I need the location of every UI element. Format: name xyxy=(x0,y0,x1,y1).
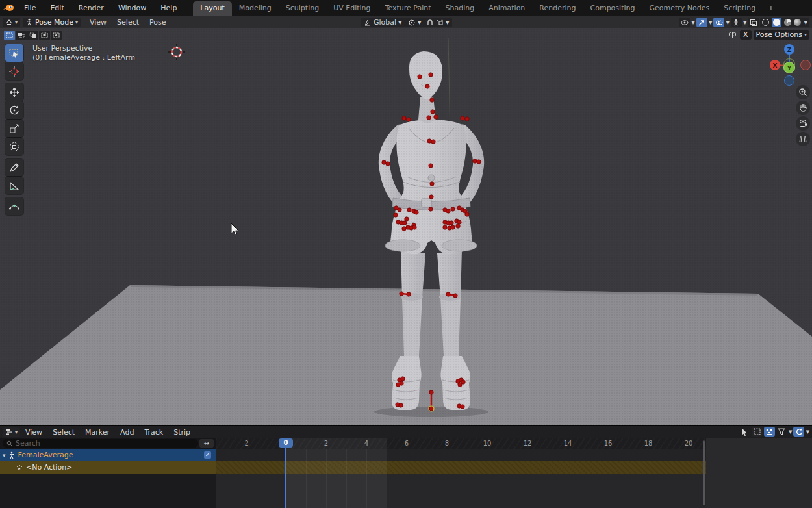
mirror-x-button[interactable]: X xyxy=(740,30,752,40)
menu-window[interactable]: Window xyxy=(112,2,152,14)
measure-tool-button[interactable] xyxy=(5,177,23,194)
toggle-xray-button[interactable] xyxy=(748,18,759,27)
viewport-menu-view[interactable]: View xyxy=(84,17,112,28)
tab-texture-paint[interactable]: Texture Paint xyxy=(378,1,438,16)
pose-breakdowner-tool-button[interactable] xyxy=(5,197,23,215)
snap-group[interactable]: ▾ xyxy=(424,18,452,27)
chevron-down-icon[interactable]: ▾ xyxy=(726,18,730,27)
camera-view-button[interactable] xyxy=(796,116,810,131)
tab-geometry-nodes[interactable]: Geometry Nodes xyxy=(642,1,717,16)
tab-scripting[interactable]: Scripting xyxy=(717,1,763,16)
chevron-down-icon[interactable]: ▾ xyxy=(743,18,747,27)
pan-view-button[interactable] xyxy=(796,101,810,115)
menu-render[interactable]: Render xyxy=(73,2,110,14)
tab-animation[interactable]: Animation xyxy=(481,1,532,16)
gizmo-axis-neg-x[interactable] xyxy=(801,60,811,70)
nla-show-markers-toggle[interactable] xyxy=(764,427,775,437)
svg-text:Y: Y xyxy=(787,65,792,71)
tab-compositing[interactable]: Compositing xyxy=(583,1,642,16)
annotate-icon xyxy=(8,162,20,173)
auto-snap-toggle[interactable] xyxy=(793,427,804,437)
tab-layout[interactable]: Layout xyxy=(193,1,231,16)
xray-pose-toggle[interactable] xyxy=(731,18,742,27)
search-input[interactable]: Search xyxy=(3,439,198,448)
tab-rendering[interactable]: Rendering xyxy=(532,1,583,16)
select-mode-extend[interactable] xyxy=(16,31,27,40)
viewport-menu-select[interactable]: Select xyxy=(112,17,144,28)
nla-menu-track[interactable]: Track xyxy=(139,427,168,438)
add-workspace-button[interactable]: + xyxy=(763,1,779,16)
navigation-gizmo[interactable]: Y Z X xyxy=(767,41,812,88)
toggle-orthographic-button[interactable] xyxy=(796,132,810,146)
tab-uv-editing[interactable]: UV Editing xyxy=(326,1,377,16)
blender-logo-icon[interactable] xyxy=(0,0,17,16)
chevron-down-icon[interactable]: ▾ xyxy=(709,18,713,27)
show-overlays-toggle[interactable] xyxy=(713,18,724,27)
nla-channel-region: Search ↔ ▾ FemaleAverage ✓ <No Action> xyxy=(0,438,216,508)
chevron-down-icon[interactable]: ▾ xyxy=(789,427,793,436)
nla-cursor-tool-icon[interactable] xyxy=(739,427,750,437)
gizmo-axis-z[interactable]: Z xyxy=(784,44,794,55)
select-box-tool-button[interactable] xyxy=(5,44,23,62)
channel-row-armature[interactable]: ▾ FemaleAverage ✓ xyxy=(0,449,216,461)
pose-options-dropdown[interactable]: Pose Options ▾ xyxy=(754,30,809,40)
timeline-ruler[interactable]: 0 -22468101214161820 xyxy=(216,438,706,449)
nla-menu-marker[interactable]: Marker xyxy=(80,427,115,438)
select-mode-subtract[interactable] xyxy=(27,31,38,40)
nla-menus: ViewSelectMarkerAddTrackStrip xyxy=(20,427,196,438)
gizmo-axis-y[interactable]: Y xyxy=(784,62,795,73)
expand-channels-button[interactable]: ↔ xyxy=(199,439,214,448)
editor-type-button[interactable]: ▾ xyxy=(3,18,20,27)
chevron-down-icon[interactable]: ▾ xyxy=(691,18,695,27)
tab-shading[interactable]: Shading xyxy=(438,1,482,16)
disclosure-triangle-icon[interactable]: ▾ xyxy=(3,452,6,459)
snap-magnet-icon xyxy=(426,19,434,27)
scale-tool-button[interactable] xyxy=(5,120,23,137)
select-mode-invert[interactable] xyxy=(39,31,50,40)
move-tool-button[interactable] xyxy=(5,83,23,101)
nla-menu-view[interactable]: View xyxy=(20,427,47,438)
playhead[interactable] xyxy=(285,438,286,508)
chevron-down-icon[interactable]: ▾ xyxy=(806,427,809,436)
nla-scrollbar[interactable] xyxy=(703,440,705,505)
viewport-header: ▾ Pose Mode ▾ ViewSelectPose Global ▾ ▾ … xyxy=(0,16,812,28)
workspace-tabs: LayoutModelingSculptingUV EditingTexture… xyxy=(193,0,779,16)
shading-material-button[interactable] xyxy=(784,19,791,26)
viewport-overlay-text: User Perspective (0) FemaleAverage : Lef… xyxy=(32,44,135,62)
nla-menu-strip[interactable]: Strip xyxy=(168,427,196,438)
viewport-3d[interactable]: X Pose Options ▾ User Perspective (0) Fe… xyxy=(0,28,812,425)
channel-row-action[interactable]: <No Action> xyxy=(0,461,216,474)
viewport-menu-pose[interactable]: Pose xyxy=(144,17,171,28)
show-gizmos-toggle[interactable] xyxy=(696,18,707,27)
gizmo-axis-x[interactable]: X xyxy=(770,60,780,70)
mirror-x-icon[interactable] xyxy=(727,30,738,40)
cursor-tool-button[interactable] xyxy=(5,62,23,80)
menu-help[interactable]: Help xyxy=(155,2,183,14)
chevron-down-icon[interactable]: ▾ xyxy=(804,18,807,27)
tab-modeling[interactable]: Modeling xyxy=(232,1,279,16)
select-mode-set[interactable] xyxy=(4,31,15,40)
tab-sculpting[interactable]: Sculpting xyxy=(279,1,326,16)
mode-selector[interactable]: Pose Mode ▾ xyxy=(23,18,81,27)
object-visibility-toggle[interactable] xyxy=(679,18,690,27)
nla-marquee-icon[interactable] xyxy=(752,427,763,437)
annotate-tool-button[interactable] xyxy=(5,159,23,176)
transform-orientation-dropdown[interactable]: Global ▾ xyxy=(361,18,405,27)
nla-menu-select[interactable]: Select xyxy=(47,427,80,438)
transform-tool-button[interactable] xyxy=(5,138,23,155)
shading-solid-button[interactable] xyxy=(772,18,781,27)
gizmo-axis-neg-z[interactable] xyxy=(785,76,794,86)
current-frame-badge[interactable]: 0 xyxy=(279,438,293,448)
shading-wireframe-button[interactable] xyxy=(762,19,769,26)
select-mode-intersect[interactable] xyxy=(51,31,62,40)
pivot-point-dropdown[interactable]: ▾ xyxy=(405,18,424,27)
menu-file[interactable]: File xyxy=(18,2,42,14)
menu-edit[interactable]: Edit xyxy=(44,2,70,14)
zoom-view-button[interactable] xyxy=(796,85,810,99)
nla-editor-type-button[interactable]: ▾ xyxy=(3,427,20,437)
channel-enabled-checkbox[interactable]: ✓ xyxy=(204,451,211,459)
filter-icon[interactable] xyxy=(776,427,787,437)
shading-rendered-button[interactable] xyxy=(794,19,801,26)
nla-menu-add[interactable]: Add xyxy=(115,427,139,438)
rotate-tool-button[interactable] xyxy=(5,101,23,119)
